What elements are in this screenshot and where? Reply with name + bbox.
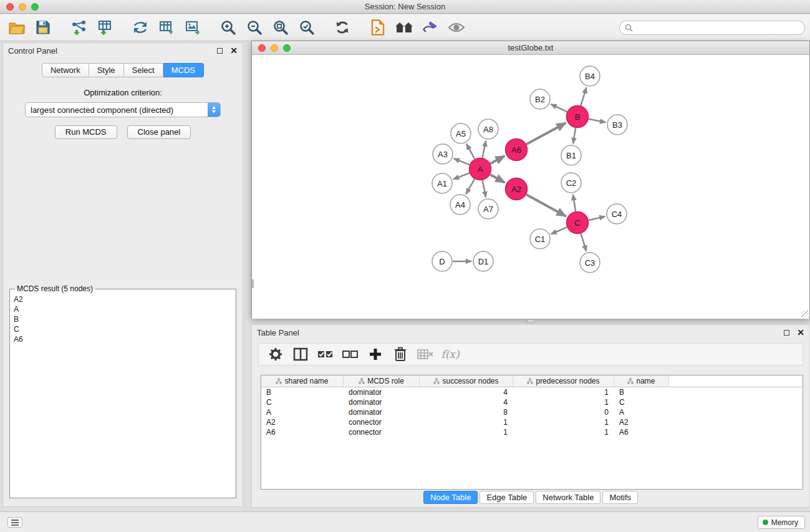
- result-item[interactable]: A6: [12, 334, 233, 344]
- edge-A-A3[interactable]: [454, 158, 470, 165]
- result-item[interactable]: A: [12, 304, 233, 314]
- node-A8[interactable]: A8: [478, 119, 498, 139]
- node-B2[interactable]: B2: [530, 89, 550, 109]
- function-builder-button[interactable]: f(x): [441, 345, 460, 364]
- node-C3[interactable]: C3: [580, 253, 600, 273]
- close-panel-button[interactable]: ✕: [230, 46, 238, 55]
- save-session-button[interactable]: [30, 16, 56, 39]
- edge-C-C1[interactable]: [551, 227, 567, 234]
- column-header-MCDS-role[interactable]: MCDS role: [344, 375, 420, 387]
- table-row[interactable]: Bdominator41B: [261, 387, 803, 397]
- tab-motifs[interactable]: Motifs: [602, 491, 638, 504]
- tab-select[interactable]: Select: [124, 63, 163, 77]
- network-canvas[interactable]: B4B2BB3A5A8A6B1A3AC2A1A2A4A7C4CC1C3DD1: [252, 55, 809, 319]
- node-B[interactable]: B: [567, 106, 589, 128]
- column-header-shared-name[interactable]: shared name: [261, 375, 344, 387]
- zoom-in-button[interactable]: [215, 16, 241, 39]
- node-A5[interactable]: A5: [451, 123, 471, 143]
- table-float-button[interactable]: [784, 330, 789, 336]
- add-row-button[interactable]: [366, 345, 385, 364]
- node-B4[interactable]: B4: [580, 66, 600, 86]
- node-A1[interactable]: A1: [432, 173, 452, 193]
- column-header-name[interactable]: name: [614, 375, 669, 387]
- node-A3[interactable]: A3: [433, 144, 453, 164]
- zoom-fit-button[interactable]: [268, 16, 294, 39]
- column-header-predecessor-nodes[interactable]: predecessor nodes: [513, 375, 614, 387]
- node-C4[interactable]: C4: [607, 204, 627, 224]
- tab-mcds[interactable]: MCDS: [163, 63, 204, 77]
- node-A7[interactable]: A7: [478, 199, 498, 219]
- edge-A-A6[interactable]: [490, 156, 504, 163]
- memory-button[interactable]: Memory: [758, 516, 805, 529]
- edge-B-B1[interactable]: [573, 128, 576, 143]
- table-close-button[interactable]: ✕: [797, 328, 804, 337]
- edge-A-A5[interactable]: [466, 144, 475, 159]
- deselect-all-button[interactable]: [341, 345, 360, 364]
- result-item[interactable]: C: [12, 324, 233, 334]
- network-graph[interactable]: B4B2BB3A5A8A6B1A3AC2A1A2A4A7C4CC1C3DD1: [252, 55, 809, 319]
- edge-A-A7[interactable]: [483, 180, 486, 197]
- zoom-selected-button[interactable]: [294, 16, 320, 39]
- node-A6[interactable]: A6: [506, 139, 528, 161]
- annotation-button[interactable]: [417, 16, 443, 39]
- splitter-handle[interactable]: [527, 319, 534, 323]
- node-A4[interactable]: A4: [450, 195, 470, 215]
- task-history-button[interactable]: [7, 517, 22, 528]
- export-table-button[interactable]: [153, 16, 180, 39]
- import-network-button[interactable]: [65, 16, 92, 39]
- node-B3[interactable]: B3: [607, 115, 627, 135]
- node-D1[interactable]: D1: [473, 251, 493, 271]
- node-A[interactable]: A: [470, 158, 491, 180]
- import-table-button[interactable]: [92, 16, 118, 39]
- table-row[interactable]: Adominator80A: [261, 407, 803, 417]
- delete-selected-button[interactable]: [391, 345, 410, 364]
- table-row[interactable]: Cdominator41C: [261, 397, 803, 407]
- edge-C-C4[interactable]: [589, 216, 605, 220]
- delete-table-button[interactable]: [416, 345, 435, 364]
- result-item[interactable]: A2: [12, 294, 233, 304]
- edge-A-A1[interactable]: [453, 173, 470, 180]
- tab-network-table[interactable]: Network Table: [536, 491, 600, 504]
- table-settings-button[interactable]: [266, 345, 285, 364]
- open-session-button[interactable]: [4, 16, 30, 39]
- edge-B-B2[interactable]: [551, 104, 567, 112]
- node-B1[interactable]: B1: [561, 145, 581, 165]
- edge-B-B4[interactable]: [581, 87, 586, 105]
- edge-C-C2[interactable]: [573, 195, 576, 211]
- home-button[interactable]: [391, 16, 417, 39]
- resize-grip[interactable]: [801, 311, 809, 318]
- export-image-button[interactable]: [180, 16, 206, 39]
- show-columns-button[interactable]: [291, 345, 310, 364]
- node-C1[interactable]: C1: [530, 229, 550, 249]
- column-header-successor-nodes[interactable]: successor nodes: [420, 375, 513, 387]
- result-item[interactable]: B: [12, 314, 233, 324]
- tab-edge-table[interactable]: Edge Table: [480, 491, 534, 504]
- node-D[interactable]: D: [432, 251, 452, 271]
- zoom-out-button[interactable]: [241, 16, 268, 39]
- export-network-button[interactable]: [127, 16, 153, 39]
- session-file-button[interactable]: [365, 16, 391, 39]
- edge-A-A2[interactable]: [490, 175, 504, 183]
- float-panel-button[interactable]: [217, 48, 223, 54]
- node-C2[interactable]: C2: [561, 173, 581, 193]
- edge-A-A4[interactable]: [466, 179, 475, 194]
- tab-network[interactable]: Network: [42, 63, 89, 77]
- tab-node-table[interactable]: Node Table: [423, 491, 478, 504]
- tab-style[interactable]: Style: [89, 63, 124, 77]
- optimization-dropdown[interactable]: largest connected component (directed): [25, 102, 221, 117]
- close-panel-button-2[interactable]: Close panel: [127, 125, 191, 139]
- node-C[interactable]: C: [567, 212, 589, 234]
- edge-B-B3[interactable]: [589, 119, 605, 123]
- search-input[interactable]: [635, 24, 799, 32]
- table-row[interactable]: A2connector11A2: [261, 417, 803, 427]
- edge-C-C3[interactable]: [581, 234, 587, 251]
- show-hide-button[interactable]: [443, 16, 470, 39]
- apply-layout-button[interactable]: [329, 16, 355, 39]
- edge-A6-B[interactable]: [526, 123, 566, 144]
- node-A2[interactable]: A2: [506, 178, 528, 200]
- edge-A-A8[interactable]: [483, 141, 486, 158]
- select-all-button[interactable]: [316, 345, 335, 364]
- run-mcds-button[interactable]: Run MCDS: [55, 125, 117, 139]
- edge-A2-C[interactable]: [526, 195, 566, 216]
- table-row[interactable]: A6connector11A6: [261, 427, 803, 437]
